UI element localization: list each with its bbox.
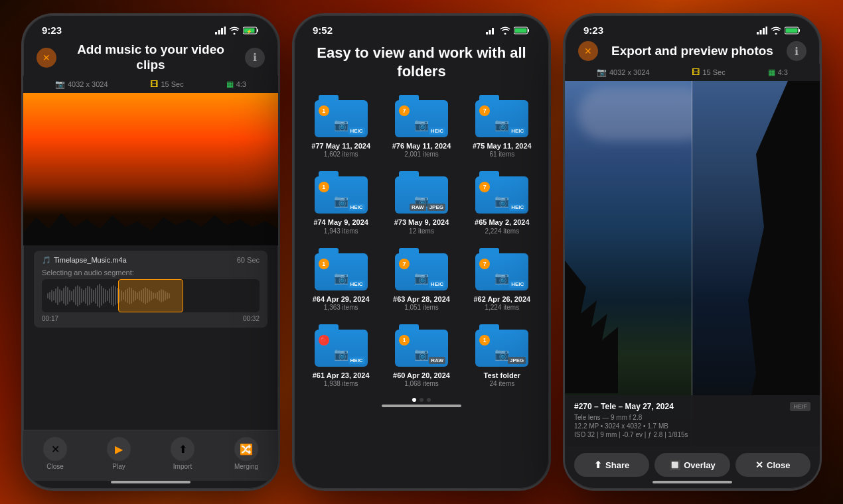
camera-icon: 📷 (334, 271, 348, 285)
folder-name: Test folder (484, 371, 520, 380)
folder-name: #74 May 9, 2024 (313, 218, 368, 227)
heif-badge: HEIF (790, 402, 810, 411)
photo-background (565, 81, 820, 446)
toolbar-close[interactable]: ✕ Close (23, 437, 87, 470)
close-button-phone3[interactable]: ✕ (578, 41, 598, 61)
toolbar-merging[interactable]: 🔀 Merging (214, 437, 278, 470)
folder-item[interactable]: 7 📷 HEIC #65 May 2, 2024 2,224 items (462, 164, 542, 241)
folder-name: #61 Apr 23, 2024 (313, 371, 370, 380)
camera-icon: 📷 (334, 117, 348, 132)
wave-bar (113, 285, 114, 306)
waveform[interactable]: // Generate waveform bars const heights … (42, 279, 260, 312)
ratio-value: 4:3 (236, 80, 246, 88)
wave-bar (103, 288, 104, 304)
wave-bar (73, 289, 74, 302)
folder-body: 7 📷 HEIC (475, 100, 528, 137)
wave-bar (87, 286, 88, 306)
folder-tag: HEIC (348, 127, 365, 135)
photo-specs: 12.2 MP • 3024 x 4032 • 1.7 MB (574, 422, 810, 430)
share-icon: ⬆ (594, 460, 602, 470)
info-button-phone3[interactable]: ℹ (787, 41, 806, 61)
photo-lens: Tele lens — 9 mm f 2.8 (574, 414, 810, 421)
import-label: Import (173, 463, 192, 470)
folder-icon: 1 📷 HEIC (315, 171, 368, 214)
folder-tag: HEIC (509, 204, 526, 211)
folder-item[interactable]: 7 📷 HEIC #62 Apr 26, 2024 1,224 items (462, 241, 542, 318)
folder-icon: 1 📷 HEIC (315, 95, 368, 137)
wave-bar (75, 286, 76, 305)
overlay-button[interactable]: 🔲 Overlay (654, 453, 729, 477)
battery-icon-p3 (785, 27, 801, 34)
scroll-indicator (294, 394, 549, 405)
wave-bar (47, 293, 48, 298)
photo-viewer[interactable]: #270 – Tele – May 27, 2024 HEIF Tele len… (565, 81, 820, 446)
close-action-label: Close (767, 460, 790, 470)
share-button[interactable]: ⬆ Share (574, 453, 649, 477)
folder-item[interactable]: 7 📷 HEIC #76 May 11, 2024 2,001 items (381, 88, 461, 164)
folder-item[interactable]: 7 📷 HEIC #75 May 11, 2024 61 items (462, 88, 542, 164)
wave-bar (99, 284, 100, 308)
folder-item[interactable]: 7 📷 HEIC #63 Apr 28, 2024 1,051 items (381, 241, 461, 318)
folder-count: 2,224 items (485, 227, 519, 235)
resolution-value: 4032 x 3024 (68, 80, 108, 88)
folder-tag: RAW (429, 357, 445, 364)
wave-bar (51, 290, 52, 302)
wave-bar (49, 292, 50, 300)
svg-rect-19 (799, 29, 800, 32)
home-indicator-phone2 (382, 405, 461, 407)
wave-bar (79, 286, 80, 305)
folder-count: 61 items (489, 151, 514, 158)
folder-icon: 7 📷 HEIC (395, 248, 448, 290)
folder-count: 1,602 items (324, 151, 358, 158)
camera-icon: 📷 (495, 194, 509, 208)
folder-tag: HEIC (348, 281, 365, 288)
waveform-selection[interactable] (118, 279, 183, 312)
folder-item[interactable]: 📷 RAWJPEG #73 May 9, 2024 12 items (381, 164, 461, 241)
sunset-bg (23, 93, 278, 245)
folder-item[interactable]: 1 📷 HEIC #64 Apr 29, 2024 1,363 items (301, 241, 381, 318)
ratio-icon-p3: ▦ (768, 68, 775, 77)
meta-duration: 🎞 15 Sec (150, 80, 183, 89)
wave-bar (71, 291, 72, 300)
close-button-phone1[interactable]: ✕ (37, 48, 56, 68)
camera-icon: 📷 (414, 347, 429, 361)
folder-item[interactable]: 1 📷 HEIC #74 May 9, 2024 1,943 items (301, 164, 381, 241)
folder-badge: 1 (319, 259, 329, 269)
folder-name: #75 May 11, 2024 (473, 141, 532, 151)
toolbar-import[interactable]: ⬆ Import (151, 437, 214, 470)
home-indicator-phone3 (652, 481, 732, 483)
folder-icon: 1 📷 JPEG (475, 324, 528, 367)
status-icons-phone2 (486, 27, 530, 34)
waveform-end-time: 00:32 (243, 315, 260, 322)
folder-icon: 1 📷 RAW (395, 324, 448, 367)
status-icons-phone3 (757, 27, 801, 34)
folder-count: 1,938 items (324, 380, 358, 387)
status-time-phone1: 9:23 (42, 25, 62, 36)
folder-body: 1 📷 HEIC (315, 100, 368, 137)
svg-rect-12 (528, 29, 529, 32)
folder-body: 7 📷 HEIC (395, 253, 448, 290)
signal-icon (215, 27, 226, 34)
camera-icon: 📷 (495, 271, 509, 285)
status-time-phone2: 9:52 (313, 25, 333, 36)
wave-bar (109, 288, 110, 303)
folder-icon: 7 📷 HEIC (475, 171, 528, 214)
wave-bar (111, 286, 112, 305)
phone-add-music: 9:23 ⚡ ✕ Add music to your video clips ℹ… (21, 13, 280, 491)
toolbar-play[interactable]: ▶ Play (87, 437, 151, 470)
folder-overlay: HEIC (348, 127, 365, 135)
folder-item[interactable]: 1 📷 HEIC #77 May 11, 2024 1,602 items (301, 88, 381, 164)
info-button-phone1[interactable]: ℹ (245, 48, 265, 68)
folders-grid: 1 📷 HEIC #77 May 11, 2024 1,602 items 7 … (294, 88, 549, 394)
close-action-button[interactable]: ✕ Close (735, 453, 810, 477)
wave-bar (93, 290, 94, 302)
toolbar-phone1: ✕ Close ▶ Play ⬆ Import 🔀 Merging (23, 430, 278, 481)
folder-item[interactable]: 🔴 📷 HEIC #61 Apr 23, 2024 1,938 items (301, 318, 381, 394)
folder-item[interactable]: 1 📷 JPEG Test folder 24 items (462, 318, 542, 394)
phone3-title: Export and preview photos (603, 44, 781, 59)
status-bar-phone1: 9:23 ⚡ (23, 15, 278, 38)
folder-tag: JPEG (427, 204, 445, 211)
folder-item[interactable]: 1 📷 RAW #60 Apr 20, 2024 1,068 items (381, 318, 461, 394)
folder-name: #73 May 9, 2024 (394, 218, 449, 227)
waveform-times: 00:17 00:32 (42, 315, 260, 322)
